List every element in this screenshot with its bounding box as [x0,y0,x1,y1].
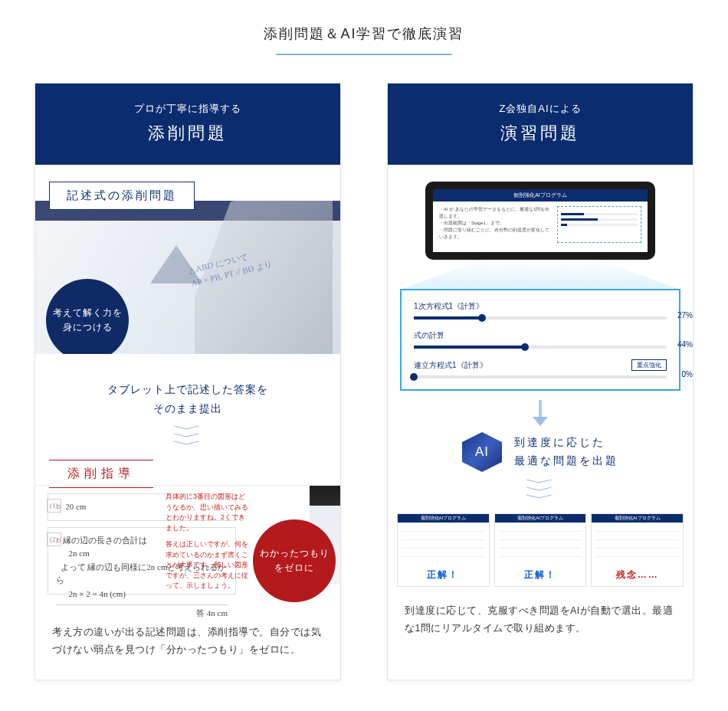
card-ai-subtitle: Z会独自AIによる [395,102,685,116]
result-thumb-1: 個別強化AIプログラム 正解！ [494,513,587,587]
progress-row-2: 連立方程式1《計算》 重点強化 0% [414,359,667,378]
answer2-final: 答 4n cm [56,605,228,621]
card-ai-header: Z会独自AIによる 演習問題 [388,84,693,165]
result-thumb-2: 個別強化AIプログラム 残念…… [591,513,684,587]
thumb-head-0: 個別強化AIプログラム [398,514,489,523]
card-ai-desc: 到達度に応じて、克服すべき問題をAIが自動で選出。最適な1問にリアルタイムで取り… [388,587,693,659]
page-title: 添削問題＆AI学習で徹底演習 [0,0,728,43]
submit-caption-line1: タブレット上で記述した答案を [35,380,340,399]
card-correction-subtitle: プロが丁寧に指導する [43,102,333,116]
arrow-down-icon [388,400,693,426]
progress-value-2: 0% [682,370,693,378]
card-ai-practice: Z会独自AIによる 演習問題 個別強化AIプログラム ・AI が あなたの学習デ… [387,83,694,680]
thumb-result-0: 正解！ [398,567,489,586]
progress-row-0: 1次方程式1《計算》 27% [414,301,667,319]
answer2-line3: 2n × 2 = 4n (cm) [69,589,126,598]
answer1-value: 20 cm [65,502,86,511]
tablet-writing-photo: △ ABD についてAP = PB, PT // BD より 考えて解く力を身に… [35,201,340,354]
thumb-result-1: 正解！ [495,567,586,586]
progress-label-1: 式の計算 [414,330,444,341]
result-thumb-0: 個別強化AIプログラム 正解！ [397,513,490,587]
card-ai-title: 演習問題 [395,122,685,145]
progress-row-1: 式の計算 44% [414,330,667,349]
progress-panel: 1次方程式1《計算》 27% 式の計算 44% [400,289,680,391]
tablet-screenshot: 個別強化AIプログラム ・AI が あなたの学習データをもとに、最適な1問を出題… [425,182,655,260]
title-underline [276,54,452,55]
card-correction-title: 添削問題 [43,122,333,145]
answer2-line1: 2n cm [69,549,90,558]
submit-caption: タブレット上で記述した答案を そのまま提出 [35,380,340,418]
red-note-2: 答えは正しいですが、何を求めているのかまず書くことが大事です。難しい図形ですが、… [166,539,248,591]
progress-label-0: 1次方程式1《計算》 [414,301,484,312]
progress-value-0: 27% [677,311,693,319]
chevron-down-icon: ﹀﹀﹀ [35,426,340,449]
badge-think-solve: 考えて解く力を身につける [46,279,129,354]
correction-heading: 添削指導 [49,460,153,488]
badge-zero-misunderstanding: わかったつもりをゼロに [253,519,336,602]
ai-text-2: 最適な問題を出題 [514,452,618,470]
card-correction-header: プロが丁寧に指導する 添削問題 [35,84,340,165]
essay-tag: 記述式の添削問題 [49,182,195,210]
thumb-head-1: 個別強化AIプログラム [495,514,586,523]
submit-caption-line2: そのまま提出 [35,399,340,418]
thumb-head-2: 個別強化AIプログラム [592,514,683,523]
zoom-beam [402,258,678,289]
correction-sample: (1) ○ 20 cm (2) ○ 縁の辺の長さの合計は 2n cm よって 縁… [35,485,340,608]
tablet-body-text: ・AI が あなたの学習データをもとに、最適な1問を出題します。・出題範囲は「S… [439,206,551,243]
answer2-label: 縁の辺の長さの合計は [63,536,147,545]
red-correction-notes: 具体的に3番目の図形はどうなるか、思い描いてみるとわかりますね。2くできました。… [166,492,248,591]
tablet-head: 個別強化AIプログラム [433,189,648,202]
card-correction: プロが丁寧に指導する 添削問題 記述式の添削問題 △ ABD についてAP = … [34,83,341,680]
tablet-mini-progress [557,206,641,243]
cards-row: プロが丁寧に指導する 添削問題 記述式の添削問題 △ ABD についてAP = … [0,83,728,711]
result-thumbnails: 個別強化AIプログラム 正解！ 個別強化AIプログラム 正解！ 個別強化AIプロ… [388,513,693,587]
progress-badge-2: 重点強化 [631,359,667,371]
progress-value-1: 44% [677,340,693,349]
chevron-down-icon-2: ﹀﹀﹀ [388,480,693,503]
ai-text-1: 到達度に応じた [514,434,618,452]
progress-label-2: 連立方程式1《計算》 [414,360,487,371]
thumb-result-2: 残念…… [592,567,683,586]
